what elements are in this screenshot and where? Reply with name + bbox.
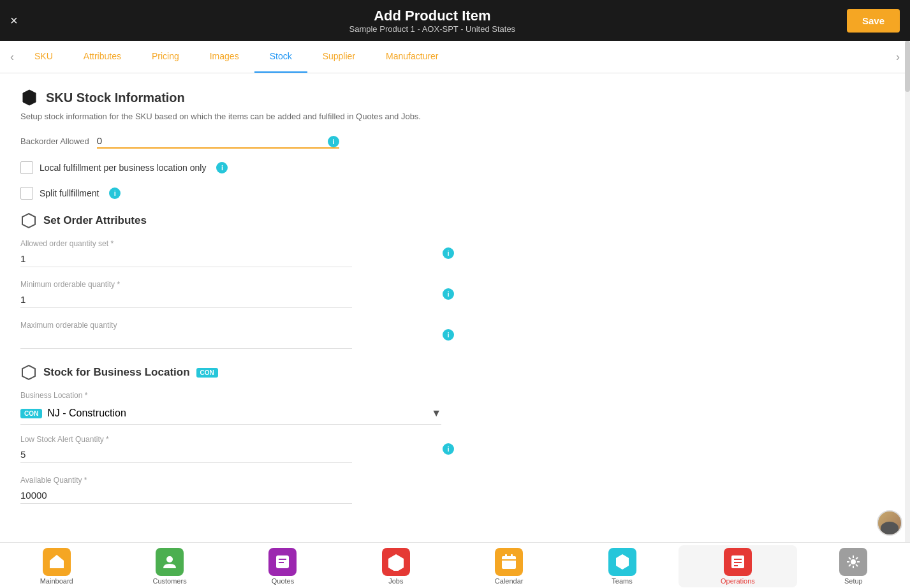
svg-marker-13 (616, 554, 629, 570)
tab-sku[interactable]: SKU (19, 41, 68, 73)
backorder-input[interactable] (97, 134, 339, 149)
setup-nav-label: Setup (844, 577, 863, 585)
section-header: SKU Stock Information (20, 89, 890, 107)
page-title: Add Product Item (18, 8, 847, 24)
setup-nav-icon (839, 548, 867, 576)
tab-stock[interactable]: Stock (254, 41, 307, 73)
nav-setup[interactable]: Setup (797, 548, 910, 585)
sku-section-icon (20, 89, 38, 107)
close-button[interactable]: × (10, 13, 18, 28)
teams-nav-label: Teams (612, 577, 632, 585)
save-button[interactable]: Save (847, 9, 900, 33)
avatar-image (878, 511, 901, 534)
svg-marker-8 (388, 554, 404, 571)
business-location-field: Business Location * CON NJ - Constructio… (20, 391, 890, 425)
available-qty-label: Available Quantity * (20, 476, 454, 485)
tab-bar: ‹ SKU Attributes Pricing Images Stock Su… (0, 41, 910, 73)
tab-attributes[interactable]: Attributes (68, 41, 136, 73)
backorder-input-wrap: i (97, 134, 339, 149)
dropdown-arrow-icon: ▼ (431, 408, 441, 419)
business-location-value: NJ - Construction (47, 408, 126, 419)
dropdown-left: CON NJ - Construction (20, 408, 126, 419)
header-title-block: Add Product Item Sample Product 1 - AOX-… (18, 8, 847, 34)
teams-nav-icon (608, 548, 636, 576)
scroll-track (905, 41, 910, 542)
max-orderable-qty-info-icon[interactable]: i (443, 329, 454, 341)
nav-teams[interactable]: Teams (566, 548, 679, 585)
operations-nav-icon (724, 548, 752, 576)
business-location-dropdown[interactable]: CON NJ - Construction ▼ (20, 402, 441, 425)
min-orderable-qty-field: Minimum orderable quantity * i (20, 280, 454, 308)
bottom-navigation: Mainboard Customers Quotes Jobs (0, 542, 910, 588)
jobs-nav-label: Jobs (388, 577, 403, 585)
tab-manufacturer[interactable]: Manufacturer (371, 41, 453, 73)
allowed-order-qty-input[interactable] (20, 251, 352, 267)
mainboard-nav-icon (43, 548, 71, 576)
backorder-label: Backorder Allowed (20, 136, 89, 146)
tab-supplier[interactable]: Supplier (307, 41, 371, 73)
svg-marker-2 (22, 365, 35, 379)
jobs-nav-icon (382, 548, 410, 576)
backorder-field: Backorder Allowed i (20, 134, 890, 149)
nav-quotes[interactable]: Quotes (226, 548, 339, 585)
nav-operations[interactable]: Operations (679, 545, 796, 587)
section-title: SKU Stock Information (46, 91, 185, 105)
section-description: Setup stock information for the SKU base… (20, 112, 890, 121)
local-fulfillment-label: Local fulfillment per business location … (40, 163, 206, 173)
tab-prev-arrow[interactable]: ‹ (5, 45, 19, 69)
max-orderable-qty-input[interactable] (20, 332, 352, 349)
calendar-nav-label: Calendar (495, 577, 524, 585)
low-stock-info-icon[interactable]: i (443, 443, 454, 455)
stock-business-title: Stock for Business Location (43, 366, 190, 379)
scroll-thumb[interactable] (905, 41, 910, 92)
svg-rect-11 (505, 554, 507, 557)
nav-mainboard[interactable]: Mainboard (0, 548, 113, 585)
backorder-info-icon[interactable]: i (328, 136, 339, 147)
allowed-order-qty-field: Allowed order quantity set * i (20, 239, 454, 267)
split-fulfillment-checkbox[interactable] (20, 187, 33, 200)
main-content: SKU Stock Information Setup stock inform… (0, 73, 910, 542)
available-qty-field: Available Quantity * (20, 476, 454, 504)
page-subtitle: Sample Product 1 - AOX-SPT - United Stat… (18, 24, 847, 34)
svg-marker-0 (23, 90, 36, 105)
split-fulfillment-row: Split fullfillment i (20, 187, 890, 200)
available-qty-input[interactable] (20, 487, 352, 504)
tab-images[interactable]: Images (194, 41, 254, 73)
min-orderable-qty-label: Minimum orderable quantity * (20, 280, 454, 289)
svg-marker-3 (50, 555, 64, 568)
tab-list: SKU Attributes Pricing Images Stock Supp… (19, 41, 891, 73)
business-location-label: Business Location * (20, 391, 890, 400)
nav-jobs[interactable]: Jobs (339, 548, 452, 585)
min-orderable-qty-input[interactable] (20, 291, 352, 308)
local-fulfillment-checkbox[interactable] (20, 161, 33, 174)
order-attributes-title: Set Order Attributes (43, 214, 147, 227)
nav-calendar[interactable]: Calendar (453, 548, 566, 585)
max-orderable-qty-field: Maximum orderable quantity i (20, 321, 454, 349)
tab-pricing[interactable]: Pricing (136, 41, 194, 73)
tab-next-arrow[interactable]: › (891, 45, 905, 69)
svg-point-4 (166, 556, 173, 562)
user-avatar[interactable] (877, 510, 902, 536)
stock-business-header: Stock for Business Location CON (20, 364, 890, 381)
avatar-body (881, 522, 899, 534)
low-stock-label: Low Stock Alert Quantity * (20, 435, 454, 444)
stock-business-icon (20, 364, 37, 381)
local-fulfillment-row: Local fulfillment per business location … (20, 161, 890, 174)
nav-customers[interactable]: Customers (113, 548, 226, 585)
low-stock-field: Low Stock Alert Quantity * i (20, 435, 454, 463)
svg-rect-9 (502, 556, 516, 569)
business-location-badge: CON (20, 409, 42, 418)
svg-rect-12 (511, 554, 513, 557)
split-fulfillment-info-icon[interactable]: i (109, 187, 121, 199)
min-orderable-qty-info-icon[interactable]: i (443, 288, 454, 300)
allowed-order-qty-info-icon[interactable]: i (443, 247, 454, 259)
calendar-nav-icon (495, 548, 523, 576)
stock-business-badge: CON (196, 368, 218, 378)
order-attributes-header: Set Order Attributes (20, 212, 890, 229)
customers-nav-icon (156, 548, 184, 576)
low-stock-input[interactable] (20, 446, 352, 463)
svg-marker-1 (22, 214, 35, 228)
local-fulfillment-info-icon[interactable]: i (216, 162, 228, 173)
allowed-order-qty-label: Allowed order quantity set * (20, 239, 454, 248)
app-header: × Add Product Item Sample Product 1 - AO… (0, 0, 910, 41)
